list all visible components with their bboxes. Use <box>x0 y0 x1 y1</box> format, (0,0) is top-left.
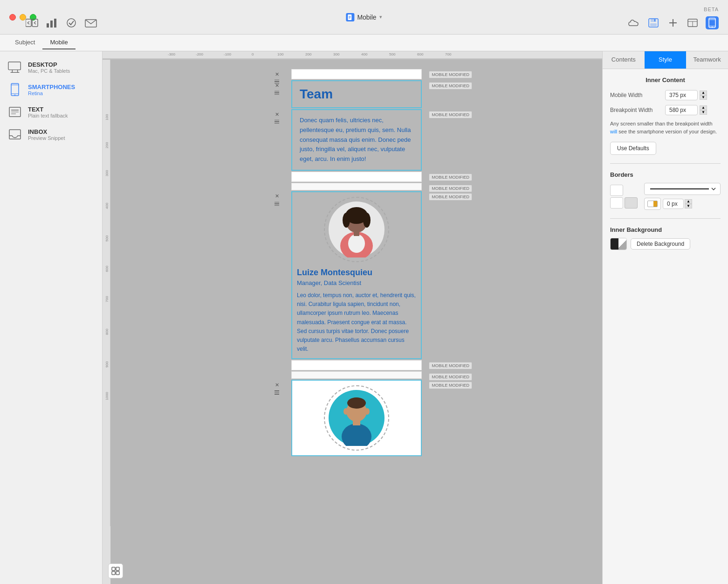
cloud-icon[interactable] <box>627 16 640 29</box>
close-button[interactable] <box>9 14 16 21</box>
tab-mobile[interactable]: Mobile <box>42 36 75 49</box>
title-bar: Mobile ▾ BETA <box>0 0 728 35</box>
svg-point-28 <box>712 27 713 28</box>
main-layout: DESKTOP Mac, PC & Tablets SMARTPHONES Re… <box>0 51 728 584</box>
mobile-preview-icon[interactable] <box>706 16 719 29</box>
analytics-icon[interactable] <box>45 16 58 29</box>
profile-image-1 <box>324 197 389 262</box>
drag-block-heading[interactable] <box>274 90 280 96</box>
border-px-up[interactable]: ▲ <box>685 199 692 204</box>
border-px-down[interactable]: ▼ <box>685 204 692 209</box>
svg-rect-81 <box>116 567 119 570</box>
border-style-select[interactable] <box>644 183 721 195</box>
breakpoint-width-up[interactable]: ▲ <box>700 105 707 110</box>
right-panel: Contents Style Teamwork Inner Content Mo… <box>602 51 728 584</box>
add-icon[interactable] <box>666 16 680 29</box>
inbox-label: INBOX <box>28 128 65 135</box>
breakpoint-width-value[interactable]: 580 px <box>665 105 698 115</box>
svg-rect-8 <box>54 19 56 28</box>
mobile-width-up[interactable]: ▲ <box>700 90 707 95</box>
svg-text:400: 400 <box>361 52 368 56</box>
left-sidebar: DESKTOP Mac, PC & Tablets SMARTPHONES Re… <box>0 51 103 584</box>
svg-rect-80 <box>112 567 115 570</box>
save-icon[interactable] <box>647 16 660 29</box>
inner-bg-title: Inner Background <box>610 226 721 233</box>
template-icon[interactable] <box>686 16 699 29</box>
close-block-1[interactable]: ✕ <box>274 71 280 77</box>
svg-rect-17 <box>651 19 656 22</box>
inner-content-title: Inner Content <box>610 76 721 83</box>
border-px-value[interactable]: 0 px <box>663 199 684 209</box>
drag-block-profile[interactable] <box>274 201 280 207</box>
modified-badge-body: MOBILE MODIFIED <box>429 111 472 118</box>
minimize-button[interactable] <box>20 14 26 21</box>
mobile-width-down[interactable]: ▼ <box>700 95 707 100</box>
svg-text:600: 600 <box>105 265 109 272</box>
close-block-body[interactable]: ✕ <box>274 111 280 118</box>
main-canvas[interactable]: ✕ MOBILE MODIFIED <box>111 60 602 584</box>
grid-icon[interactable] <box>111 563 123 578</box>
tab-contents[interactable]: Contents <box>603 51 645 69</box>
drag-block-body[interactable] <box>274 118 280 125</box>
email-icon[interactable] <box>84 16 97 29</box>
svg-text:100: 100 <box>277 52 284 56</box>
svg-point-78 <box>343 408 348 415</box>
section-divider-2 <box>610 218 721 219</box>
svg-text:200: 200 <box>105 142 109 148</box>
desktop-label: DESKTOP <box>28 61 70 68</box>
close-block-profile[interactable]: ✕ <box>274 193 280 200</box>
email-row-1: ✕ MOBILE MODIFIED <box>291 69 422 79</box>
canvas-body: 100 200 300 400 500 600 700 800 900 1000 <box>103 60 602 584</box>
section-divider-1 <box>610 163 721 164</box>
tab-teamwork[interactable]: Teamwork <box>686 51 728 69</box>
back-forward-icon[interactable] <box>26 16 39 29</box>
drag-block-profile2[interactable] <box>274 389 280 396</box>
breakpoint-width-down[interactable]: ▼ <box>700 110 707 115</box>
file-title: Mobile <box>357 14 376 21</box>
block-controls-profile2: ✕ <box>274 382 280 396</box>
use-defaults-button[interactable]: Use Defaults <box>610 142 656 155</box>
svg-text:-300: -300 <box>168 52 176 56</box>
svg-point-79 <box>365 408 370 415</box>
close-block-heading[interactable]: ✕ <box>274 82 280 89</box>
mobile-width-input: 375 px ▲ ▼ <box>665 90 721 100</box>
team-body-text[interactable]: Donec quam felis, ultricies nec, pellent… <box>291 109 422 171</box>
inbox-icon <box>7 128 22 141</box>
borders-section: Borders <box>610 171 721 210</box>
svg-text:-100: -100 <box>224 52 232 56</box>
ruler-top: -300 -200 -100 0 100 200 300 400 500 600… <box>103 51 602 60</box>
team-heading[interactable]: Team <box>291 80 422 108</box>
tab-style[interactable]: Style <box>645 51 687 69</box>
svg-text:300: 300 <box>333 52 340 56</box>
delete-background-button[interactable]: Delete Background <box>631 238 690 250</box>
avatar-female-icon <box>329 202 385 257</box>
mobile-width-stepper[interactable]: ▲ ▼ <box>700 90 707 100</box>
tab-subject[interactable]: Subject <box>7 36 42 49</box>
close-block-profile2[interactable]: ✕ <box>274 382 280 388</box>
desktop-icon <box>7 61 22 74</box>
inbox-sublabel: Preview Snippet <box>28 135 65 141</box>
breakpoint-width-stepper[interactable]: ▲ ▼ <box>700 105 707 115</box>
bg-color-swatch[interactable] <box>610 238 627 250</box>
profile-name-1: Luize Montesquieu <box>297 268 416 278</box>
inner-bg-controls: Delete Background <box>610 238 721 250</box>
sidebar-item-desktop[interactable]: DESKTOP Mac, PC & Tablets <box>0 56 102 78</box>
svg-point-69 <box>363 213 371 228</box>
modified-badge-profile2: MOBILE MODIFIED <box>429 382 472 389</box>
sidebar-item-smartphones[interactable]: SMARTPHONES Retina <box>0 78 102 101</box>
check-icon[interactable] <box>65 16 78 29</box>
border-color-picker[interactable] <box>644 198 661 210</box>
tab-bar: Subject Mobile <box>0 35 728 51</box>
sidebar-item-text[interactable]: TEXT Plain text fallback <box>0 101 102 123</box>
mobile-width-value[interactable]: 375 px <box>665 90 698 100</box>
email-row-sep2: MOBILE MODIFIED <box>291 183 422 190</box>
profile-bio-1: Leo dolor, tempus non, auctor et, hendre… <box>297 291 416 354</box>
ruler-left: 100 200 300 400 500 600 700 800 900 1000 <box>103 60 111 584</box>
smartphones-sublabel: Retina <box>28 90 75 96</box>
canvas-with-ruler: -300 -200 -100 0 100 200 300 400 500 600… <box>103 51 602 584</box>
dropdown-arrow[interactable]: ▾ <box>379 14 382 20</box>
svg-text:500: 500 <box>389 52 396 56</box>
sidebar-item-inbox[interactable]: INBOX Preview Snippet <box>0 123 102 146</box>
svg-point-9 <box>67 19 76 27</box>
border-px-stepper[interactable]: ▲ ▼ <box>685 199 692 209</box>
